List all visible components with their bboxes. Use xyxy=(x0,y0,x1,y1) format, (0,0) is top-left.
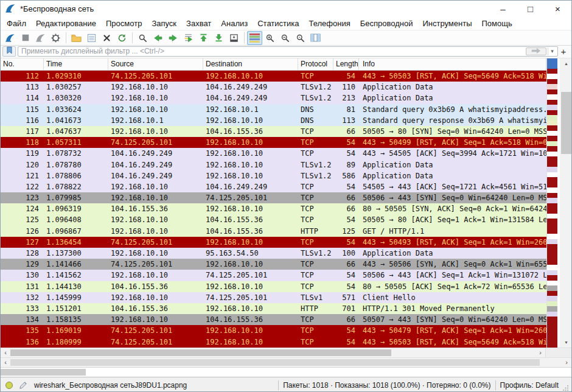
packet-row-121[interactable]: 1211.078806104.16.249.249192.168.10.10TL… xyxy=(1,170,546,181)
column-header-no[interactable]: No. xyxy=(1,58,44,70)
toolbar-separator xyxy=(132,32,133,43)
restart-capture-button[interactable] xyxy=(33,31,48,45)
menu-item-4[interactable]: Захват xyxy=(181,16,216,30)
open-file-button[interactable] xyxy=(69,31,84,45)
menu-item-1[interactable]: Редактирование xyxy=(31,16,101,30)
hscroll-right-arrow[interactable]: › xyxy=(535,348,545,357)
packet-row-132[interactable]: 1321.145999192.168.10.1074.125.205.101TL… xyxy=(1,292,546,303)
packet-row-115[interactable]: 1151.033624192.168.10.10192.168.10.1DNS8… xyxy=(1,104,546,115)
packet-row-125[interactable]: 1251.096408192.168.10.10104.16.155.36TCP… xyxy=(1,214,546,225)
packet-row-136[interactable]: 1361.18099974.125.205.101192.168.10.10TC… xyxy=(1,337,546,348)
menu-item-7[interactable]: Телефония xyxy=(304,16,355,30)
secondary-hscroll-right-arrow[interactable]: › xyxy=(562,358,571,367)
packet-row-129[interactable]: 1291.14146674.125.205.101192.168.10.10TC… xyxy=(1,259,546,270)
go-bottom-button[interactable] xyxy=(211,31,226,45)
packet-row-127[interactable]: 1271.13645474.125.205.101192.168.10.10TC… xyxy=(1,237,546,248)
packet-row-113[interactable]: 1131.030257192.168.10.10104.16.249.249TL… xyxy=(1,82,546,93)
capture-comment-icon[interactable] xyxy=(19,381,27,390)
menu-item-0[interactable]: Файл xyxy=(2,16,31,30)
packet-row-126[interactable]: 1261.096867192.168.10.10104.16.155.36HTT… xyxy=(1,226,546,237)
packet-row-117[interactable]: 1171.047637192.168.10.10104.16.155.36TCP… xyxy=(1,126,546,137)
packet-row-122[interactable]: 1221.078822192.168.10.10104.16.249.249TC… xyxy=(1,181,546,192)
go-back-button[interactable] xyxy=(150,31,166,45)
packet-row-120[interactable]: 1201.078780104.16.249.249192.168.10.10TL… xyxy=(1,159,546,170)
close-file-button[interactable] xyxy=(99,31,114,45)
menu-item-8[interactable]: Беспроводной xyxy=(355,16,418,30)
scrollbar-corner xyxy=(545,348,571,357)
expert-info-icon[interactable] xyxy=(5,382,13,389)
menu-item-10[interactable]: Помощь xyxy=(477,16,517,30)
scroll-down-arrow[interactable]: ▼ xyxy=(560,337,572,348)
packet-row-131[interactable]: 1311.144130104.16.155.36192.168.10.10TCP… xyxy=(1,281,546,292)
packet-row-124[interactable]: 1241.096319104.16.155.36192.168.10.10TCP… xyxy=(1,203,546,214)
menu-item-9[interactable]: Инструменты xyxy=(417,16,476,30)
cell-source: 192.168.10.10 xyxy=(108,93,203,103)
packet-row-119[interactable]: 1191.078732104.16.249.249192.168.10.10TC… xyxy=(1,148,546,159)
secondary-hscroll-left-arrow[interactable]: ‹ xyxy=(1,358,10,367)
maximize-button[interactable]: □ xyxy=(517,1,544,16)
packet-row-130[interactable]: 1301.141562192.168.10.1074.125.205.101TC… xyxy=(1,270,546,281)
column-header-length[interactable]: Length xyxy=(333,58,359,70)
packet-row-114[interactable]: 1141.030320192.168.10.10104.16.249.249TL… xyxy=(1,93,546,103)
menu-item-2[interactable]: Просмотр xyxy=(101,16,147,30)
capture-options-button[interactable] xyxy=(48,31,63,45)
collapsed-pane-thumb[interactable] xyxy=(1,369,86,376)
minimize-button[interactable]: – xyxy=(489,1,517,16)
packet-row-112[interactable]: 1121.02931074.125.205.101192.168.10.10TC… xyxy=(1,71,546,82)
packet-row-133[interactable]: 1331.151201104.16.155.36192.168.10.10HTT… xyxy=(1,303,546,314)
resize-grip-icon[interactable] xyxy=(562,385,569,391)
display-filter-input[interactable]: Применить дисплейный фильтр ... <Ctrl-/>… xyxy=(18,46,558,57)
filter-dropdown-caret[interactable]: ▾ xyxy=(548,47,556,55)
hscroll-left-arrow[interactable]: ‹ xyxy=(1,348,10,357)
colorize-button[interactable] xyxy=(247,31,262,45)
column-header-info[interactable]: Info xyxy=(359,58,546,70)
hscroll-thumb[interactable] xyxy=(10,349,391,356)
packet-list-hscrollbar[interactable]: ‹ › xyxy=(1,348,571,357)
add-filter-button[interactable]: + xyxy=(558,46,569,57)
packet-row-128[interactable]: 1281.137300192.168.10.1095.163.54.50TLSv… xyxy=(1,248,546,259)
menu-item-3[interactable]: Запуск xyxy=(147,16,181,30)
intelligent-scrollbar-minimap[interactable] xyxy=(546,58,557,348)
packet-row-134[interactable]: 1341.158135192.168.10.10104.16.155.36TCP… xyxy=(1,314,546,325)
zoom-reset-button[interactable] xyxy=(293,31,308,45)
vertical-scrollbar[interactable]: ▲ ▼ xyxy=(560,58,572,348)
start-capture-button[interactable] xyxy=(2,31,18,45)
column-header-time[interactable]: Time xyxy=(44,58,108,70)
menu-item-6[interactable]: Статистика xyxy=(253,16,304,30)
go-forward-button[interactable] xyxy=(166,31,181,45)
apply-filter-button[interactable] xyxy=(526,47,546,55)
secondary-hscroll-thumb[interactable] xyxy=(10,359,540,366)
bookmark-icon xyxy=(7,46,12,57)
minimap-stripe xyxy=(547,110,557,115)
reload-file-button[interactable] xyxy=(114,31,130,45)
packet-row-116[interactable]: 1161.041673192.168.10.1192.168.10.10DNS1… xyxy=(1,115,546,126)
column-header-destination[interactable]: Destination xyxy=(203,58,298,70)
stop-capture-button[interactable] xyxy=(18,31,33,45)
find-packet-button[interactable] xyxy=(135,31,150,45)
resize-columns-button[interactable] xyxy=(308,31,323,45)
vertical-scrollbar-track[interactable] xyxy=(560,69,572,337)
column-header-protocol[interactable]: Protocol xyxy=(298,58,333,70)
column-header-source[interactable]: Source xyxy=(108,58,203,70)
secondary-hscroll-track[interactable] xyxy=(10,358,562,367)
cell-source: 74.125.205.101 xyxy=(108,325,203,336)
minimap-stripe xyxy=(547,203,557,208)
minimap-stripe xyxy=(547,187,557,192)
save-file-button[interactable] xyxy=(84,31,99,45)
menu-item-5[interactable]: Анализ xyxy=(216,16,253,30)
close-button[interactable]: × xyxy=(544,1,571,16)
packet-row-135[interactable]: 1351.16901974.125.205.101192.168.10.10TC… xyxy=(1,325,546,336)
profile-label[interactable]: Профиль: Default xyxy=(500,381,559,390)
zoom-out-button[interactable] xyxy=(277,31,293,45)
filter-bookmark-button[interactable] xyxy=(2,46,16,57)
hscroll-track[interactable] xyxy=(10,348,535,357)
packet-row-123[interactable]: 1231.079985192.168.10.1074.125.205.101TC… xyxy=(1,192,546,203)
vertical-scrollbar-thumb[interactable] xyxy=(561,92,571,154)
go-to-packet-button[interactable] xyxy=(181,31,196,45)
go-top-button[interactable] xyxy=(196,31,211,45)
scroll-up-arrow[interactable]: ▲ xyxy=(560,58,572,69)
auto-scroll-button[interactable] xyxy=(226,31,242,45)
secondary-hscrollbar[interactable]: ‹ › xyxy=(1,357,571,367)
zoom-in-button[interactable] xyxy=(262,31,277,45)
packet-row-118[interactable]: 1181.05731174.125.205.101192.168.10.10TC… xyxy=(1,137,546,148)
